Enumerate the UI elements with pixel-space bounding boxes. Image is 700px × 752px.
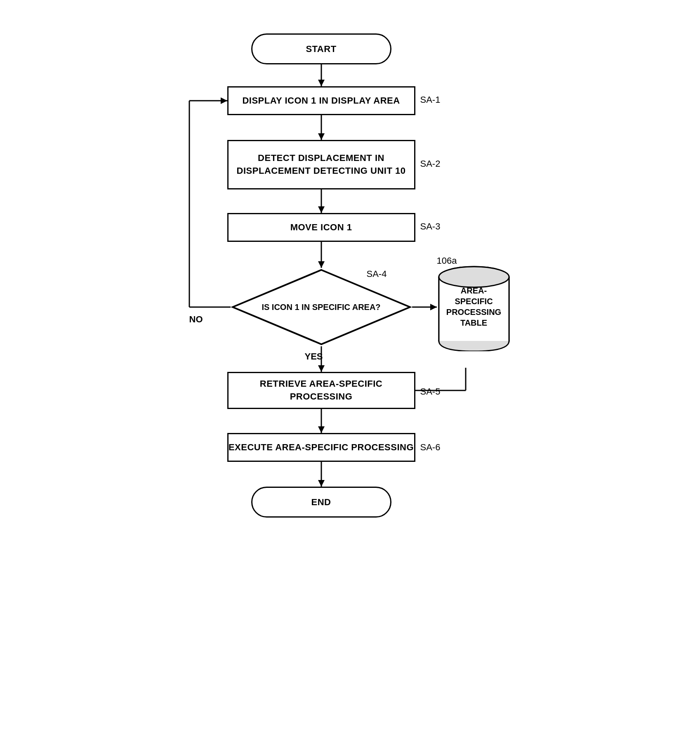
sa5-ref: SA-5 [420,386,441,397]
sa4-ref: SA-4 [367,269,387,279]
sa1-ref: SA-1 [420,95,441,105]
db-cylinder: AREA- SPECIFIC PROCESSING TABLE [437,265,511,351]
svg-point-30 [439,267,509,287]
svg-marker-13 [318,480,325,487]
db-ref: 106a [437,255,457,266]
sa5-node: RETRIEVE AREA-SPECIFIC PROCESSING [227,372,415,409]
svg-marker-11 [318,426,325,433]
sa6-ref: SA-6 [420,442,441,453]
start-node: START [251,33,391,64]
no-label: NO [189,314,203,325]
sa4-label: IS ICON 1 IN SPECIFIC AREA? [231,268,412,346]
sa4-diamond-container: IS ICON 1 IN SPECIFIC AREA? [231,268,412,346]
end-node: END [251,487,391,518]
sa3-ref: SA-3 [420,221,441,232]
db-label: AREA- SPECIFIC PROCESSING TABLE [437,285,511,328]
sa6-node: EXECUTE AREA-SPECIFIC PROCESSING [227,433,415,462]
flowchart-diagram: START DISPLAY ICON 1 IN DISPLAY AREA SA-… [165,25,536,727]
sa2-ref: SA-2 [420,158,441,169]
sa2-node: DETECT DISPLACEMENT IN DISPLACEMENT DETE… [227,140,415,189]
svg-marker-17 [221,97,227,104]
svg-marker-7 [318,261,325,268]
svg-marker-3 [318,133,325,140]
svg-marker-5 [318,206,325,213]
svg-marker-1 [318,80,325,86]
yes-label: YES [305,351,323,362]
sa3-node: MOVE ICON 1 [227,213,415,242]
sa1-node: DISPLAY ICON 1 IN DISPLAY AREA [227,86,415,115]
svg-marker-9 [318,365,325,372]
svg-marker-19 [430,304,437,310]
